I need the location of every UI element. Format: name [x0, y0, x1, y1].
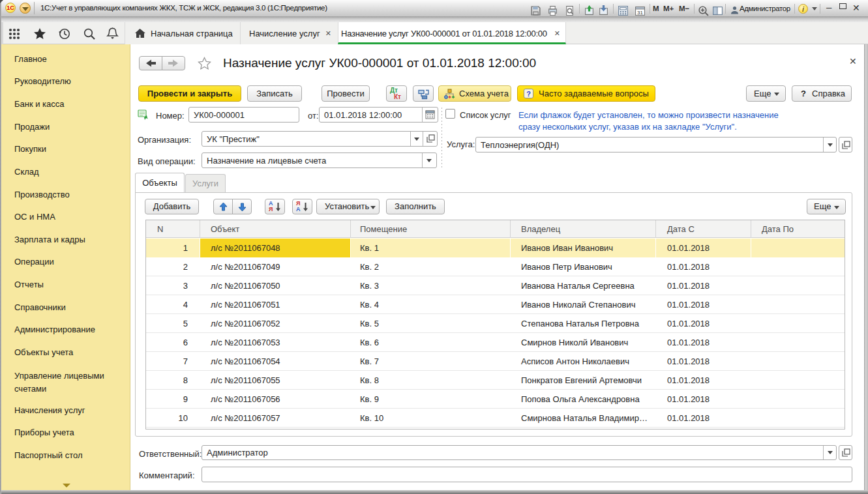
svg-text:31: 31	[637, 10, 643, 16]
